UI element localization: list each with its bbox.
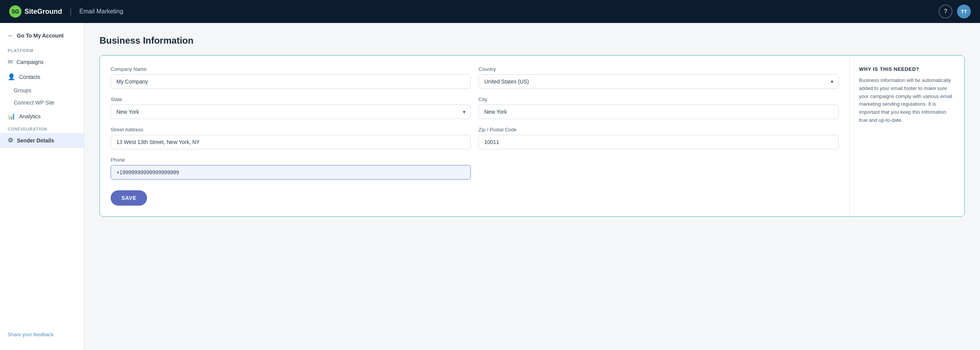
form-section: Company Name Country United States (US) — [100, 56, 849, 216]
zip-label: Zip / Postal Code — [479, 127, 839, 132]
save-button[interactable]: SAVE — [111, 190, 147, 206]
state-label: State — [111, 96, 471, 102]
help-button[interactable]: ? — [939, 5, 952, 18]
sidebar-footer: Share your feedback — [0, 325, 84, 344]
company-name-label: Company Name — [111, 66, 471, 72]
form-row-4: Phone — [111, 157, 839, 180]
info-section: WHY IS THIS NEEDED? Business information… — [849, 56, 964, 216]
company-name-input[interactable] — [111, 74, 471, 89]
back-link[interactable]: ← Go To My Account — [0, 29, 84, 45]
analytics-label: Analytics — [19, 113, 41, 119]
phone-group: Phone — [111, 157, 471, 180]
country-label: Country — [479, 66, 839, 72]
country-group: Country United States (US) — [479, 66, 839, 89]
sender-details-icon: ⚙ — [8, 137, 13, 144]
feedback-link[interactable]: Share your feedback — [8, 332, 54, 337]
app-name: Email Marketing — [79, 8, 123, 15]
country-select-wrapper: United States (US) — [479, 74, 839, 89]
city-group: City — [479, 96, 839, 119]
main-content: Business Information Company Name Countr… — [84, 23, 980, 350]
header: SG SiteGround | Email Marketing ? TT — [0, 0, 980, 23]
logo-area: SG SiteGround — [9, 5, 62, 18]
avatar[interactable]: TT — [957, 5, 971, 18]
business-info-card: Company Name Country United States (US) — [100, 55, 965, 217]
street-group: Street Address — [111, 127, 471, 149]
sidebar-item-sender-details[interactable]: ⚙ Sender Details — [0, 133, 84, 148]
info-title: WHY IS THIS NEEDED? — [859, 66, 955, 72]
state-select[interactable]: New York — [111, 105, 471, 119]
form-row-3: Street Address Zip / Postal Code — [111, 127, 839, 149]
state-group: State New York — [111, 96, 471, 119]
sidebar-item-connect-wp[interactable]: Connect WP Site — [0, 96, 84, 109]
sidebar-item-groups[interactable]: Groups — [0, 84, 84, 96]
analytics-icon: 📊 — [8, 113, 15, 120]
info-text: Business information will be automatical… — [859, 77, 955, 124]
country-select[interactable]: United States (US) — [479, 74, 839, 89]
back-label: Go To My Account — [17, 33, 64, 39]
form-row-1: Company Name Country United States (US) — [111, 66, 839, 89]
page-title: Business Information — [100, 35, 965, 46]
phone-label: Phone — [111, 157, 471, 163]
street-input[interactable] — [111, 135, 471, 149]
header-right: ? TT — [939, 5, 971, 18]
groups-label: Groups — [14, 87, 31, 93]
campaigns-icon: ✉ — [8, 58, 13, 65]
help-icon: ? — [944, 8, 947, 15]
header-left: SG SiteGround | Email Marketing — [9, 5, 123, 18]
city-input[interactable] — [479, 105, 839, 119]
logo-text: SiteGround — [24, 8, 62, 16]
sidebar-item-contacts[interactable]: 👤 Contacts — [0, 69, 84, 84]
campaigns-label: Campaigns — [16, 59, 44, 65]
sidebar-item-campaigns[interactable]: ✉ Campaigns — [0, 54, 84, 69]
sidebar: ← Go To My Account PLATFORM ✉ Campaigns … — [0, 23, 84, 350]
zip-group: Zip / Postal Code — [479, 127, 839, 149]
sidebar-item-analytics[interactable]: 📊 Analytics — [0, 109, 84, 124]
back-arrow-icon: ← — [8, 32, 14, 39]
zip-input[interactable] — [479, 135, 839, 149]
phone-input[interactable] — [111, 165, 471, 180]
city-label: City — [479, 96, 839, 102]
configuration-label: CONFIGURATION — [0, 124, 84, 133]
street-label: Street Address — [111, 127, 471, 132]
contacts-label: Contacts — [19, 74, 40, 80]
contacts-icon: 👤 — [8, 73, 15, 80]
form-row-2: State New York City — [111, 96, 839, 119]
state-select-wrapper: New York — [111, 105, 471, 119]
header-divider: | — [70, 7, 72, 16]
sender-details-label: Sender Details — [17, 137, 54, 144]
layout: ← Go To My Account PLATFORM ✉ Campaigns … — [0, 23, 980, 350]
siteground-logo: SG — [9, 5, 21, 18]
phone-placeholder-group — [479, 157, 839, 180]
connect-wp-label: Connect WP Site — [14, 100, 54, 106]
platform-label: PLATFORM — [0, 45, 84, 54]
company-name-group: Company Name — [111, 66, 471, 89]
